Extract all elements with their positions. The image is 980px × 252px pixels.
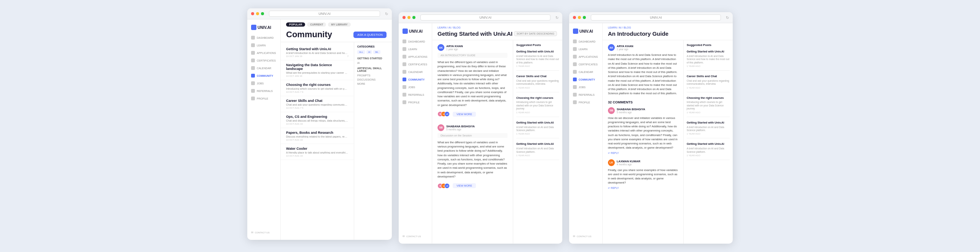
second-comment-block: SB SHABANA BISHGIYA 5 months ago Discuss…: [438, 124, 508, 191]
sidebar-item-community-2[interactable]: COMMUNITY: [399, 76, 432, 83]
sidebar-item-jobs-2[interactable]: JOBS: [399, 83, 432, 91]
view-more-button[interactable]: VIEW MORE: [453, 112, 476, 117]
post-excerpt: A brief introduction to AI and Data Scie…: [286, 52, 348, 54]
suggested-item[interactable]: Choosing the right courses Introducing w…: [516, 96, 559, 117]
contact-us-2[interactable]: ✉ CONTACT US: [399, 233, 432, 240]
sidebar-item-calendar-1[interactable]: CALENDAR: [247, 64, 280, 72]
tab-current[interactable]: CURRENT: [307, 22, 326, 27]
sidebar-item-community-3[interactable]: COMMUNITY: [569, 76, 602, 83]
view-more-button-2[interactable]: VIEW MORE: [453, 183, 476, 188]
list-item[interactable]: Career Skills and Chat Chat and ask your…: [281, 96, 354, 112]
tag-all[interactable]: ALL: [357, 50, 365, 54]
sidebar-item-learn-2[interactable]: LEARN: [399, 45, 432, 53]
sidebar-item-referrals-1[interactable]: REFERRALS: [247, 87, 280, 95]
list-item[interactable]: Water Cooler A friendly place to talk ab…: [281, 144, 354, 160]
cat-item-ai[interactable]: AI: [357, 61, 389, 65]
contact-us-3[interactable]: ✉ CONTACT US: [569, 233, 602, 240]
refresh-icon-3[interactable]: ↻: [726, 16, 729, 20]
suggested-item[interactable]: Career Skills and Chat Chat and ask your…: [516, 74, 559, 92]
suggested-item-3-2[interactable]: Choosing the right courses Introducing w…: [687, 96, 730, 117]
comment-block-1: SB SHABANA BISHGIYA 5 months ago How do …: [608, 107, 678, 155]
comment-actions-2: S L +2 VIEW MORE: [438, 180, 508, 191]
tag-ml[interactable]: ML: [373, 50, 380, 54]
sidebar-1: UNIV.AI DASHBOARD LEARN APPLICATIONS CER…: [247, 19, 281, 240]
address-bar-1[interactable]: UNIV.AI: [269, 11, 380, 17]
sidebar-item-dashboard-3[interactable]: DASHBOARD: [569, 38, 602, 45]
list-item[interactable]: Getting Started with Univ.AI A brief int…: [281, 44, 354, 60]
suggested-title-3: Suggested Posts: [687, 43, 730, 47]
list-item[interactable]: Navigating the Data Science landscape Wh…: [281, 60, 354, 80]
sort-control[interactable]: SORT BY DATE DESCENDING: [514, 31, 557, 36]
title-bar-3: UNIV.AI ↻: [569, 12, 733, 23]
sidebar-item-profile-3[interactable]: PROFILE: [569, 98, 602, 106]
sidebar-item-dashboard-2[interactable]: DASHBOARD: [399, 38, 432, 45]
suggested-item-excerpt-3-4: A brief introduction on AI and Data Scie…: [687, 147, 730, 154]
sidebar-item-calendar-3[interactable]: CALENDAR: [569, 68, 602, 76]
sidebar-item-certificates-2[interactable]: CERTIFICATES: [399, 60, 432, 68]
reply-button-lk[interactable]: ↩ REPLY: [608, 187, 619, 190]
sidebar-item-jobs-1[interactable]: JOBS: [247, 79, 280, 87]
tag-ai[interactable]: AI: [366, 50, 372, 54]
suggested-item[interactable]: Getting Started with Univ.AI A brief int…: [516, 50, 559, 71]
list-item[interactable]: Papers, Books and Research Discuss every…: [281, 128, 354, 144]
post-detail-main-3: AK ARYA KHAN 1 year ago A brief introduc…: [603, 40, 683, 244]
cat-item-more[interactable]: MORE: [357, 82, 389, 86]
address-bar-3[interactable]: UNIV.AI: [591, 14, 721, 21]
comment-author-row-2: SB SHABANA BISHGIYA 5 months ago: [438, 124, 508, 131]
suggested-item-3-0[interactable]: Getting Started with Univ.AI A brief int…: [687, 50, 730, 71]
tab-popular[interactable]: POPULAR: [286, 22, 305, 27]
sidebar-item-certificates-1[interactable]: CERTIFICATES: [247, 57, 280, 64]
sidebar-item-jobs-3[interactable]: JOBS: [569, 83, 602, 91]
sidebar-2: UNIV.AI DASHBOARD LEARN APPLICATIONS CER…: [399, 23, 432, 244]
sidebar-item-dashboard-1[interactable]: DASHBOARD: [247, 34, 280, 41]
suggested-item-3-1[interactable]: Career Skills and Chat Chat and ask your…: [687, 74, 730, 92]
ask-question-button[interactable]: ASK A QUESTION: [353, 32, 387, 38]
avatar-ak3: AK: [608, 44, 615, 51]
list-item[interactable]: Choosing the right courses Introducing w…: [281, 80, 354, 96]
contact-us-1[interactable]: ✉ CONTACT US: [247, 229, 280, 236]
grid-icon-2: [402, 40, 406, 43]
sidebar-item-referrals-2[interactable]: REFERRALS: [399, 91, 432, 98]
suggested-item-3-4[interactable]: Getting Started with Univ.AI A brief int…: [687, 142, 730, 160]
refresh-icon-2[interactable]: ↻: [555, 16, 558, 20]
avatar-more2: +2: [444, 183, 450, 189]
sidebar-3: UNIV.AI DASHBOARD LEARN APPLICATIONS CER…: [569, 23, 603, 244]
refresh-icon[interactable]: ↻: [385, 12, 388, 16]
sidebar-item-calendar-2[interactable]: CALENDAR: [399, 68, 432, 76]
suggested-item-meta: 1 YEAR AGO: [516, 87, 559, 89]
sidebar-item-community-1[interactable]: COMMUNITY: [247, 72, 280, 79]
address-bar-2[interactable]: UNIV.AI: [420, 14, 550, 21]
list-item[interactable]: Ops, CS and Engineering Chat and discuss…: [281, 112, 354, 128]
comment-author-row-sb: SB SHABANA BISHGIYA 5 months ago: [608, 107, 678, 114]
reply-button-sb[interactable]: ↩ REPLY: [608, 152, 619, 155]
sidebar-item-applications-2[interactable]: APPLICATIONS: [399, 53, 432, 60]
split-layout-3: AK ARYA KHAN 1 year ago A brief introduc…: [603, 40, 733, 244]
sidebar-item-learn-1[interactable]: LEARN: [247, 41, 280, 49]
suggested-item[interactable]: Getting Started with Univ.AI A brief int…: [516, 142, 559, 160]
community-page-title: Community: [286, 30, 332, 40]
sidebar-item-applications-1[interactable]: APPLICATIONS: [247, 49, 280, 57]
tab-my-library[interactable]: MY LIBRARY: [328, 22, 350, 27]
sidebar-item-learn-3[interactable]: LEARN: [569, 45, 602, 53]
comment-author-time-2: 5 months ago: [446, 128, 475, 131]
sidebar-item-profile-2[interactable]: PROFILE: [399, 98, 432, 106]
author-time: 1 year ago: [446, 48, 463, 51]
sidebar-item-applications-3[interactable]: APPLICATIONS: [569, 53, 602, 60]
suggested-item-meta-3-3: 1 YEAR AGO: [687, 133, 730, 135]
sidebar-item-profile-1[interactable]: PROFILE: [247, 95, 280, 102]
sidebar-item-certificates-3[interactable]: CERTIFICATES: [569, 60, 602, 68]
cat-item-discussions[interactable]: DISCUSSIONS: [357, 78, 389, 82]
suggested-item-3-3[interactable]: Getting Started with Univ.AI A brief int…: [687, 121, 730, 139]
main-post-block-3: AK ARYA KHAN 1 year ago A brief introduc…: [608, 44, 678, 96]
cat-section-getting-started: GETTING STARTED: [357, 57, 389, 60]
sidebar-item-referrals-3[interactable]: REFERRALS: [569, 91, 602, 98]
share-icon-2: [402, 93, 406, 97]
suggested-item-title: Getting Started with Univ.AI: [516, 121, 559, 125]
suggested-panel-3: Suggested Posts Getting Started with Uni…: [683, 40, 733, 244]
suggested-item-title: Getting Started with Univ.AI: [516, 50, 559, 54]
section-label: AN INTRODUCTORY GUIDE: [438, 53, 508, 58]
cat-section-artificial: ARTIFICIAL SMALL LARGE: [357, 67, 389, 72]
suggested-item-meta-3-2: 1 YEAR AGO: [687, 111, 730, 114]
suggested-item[interactable]: Getting Started with Univ.AI A brief int…: [516, 121, 559, 139]
cat-item-prompts[interactable]: PROMPTS: [357, 73, 389, 78]
